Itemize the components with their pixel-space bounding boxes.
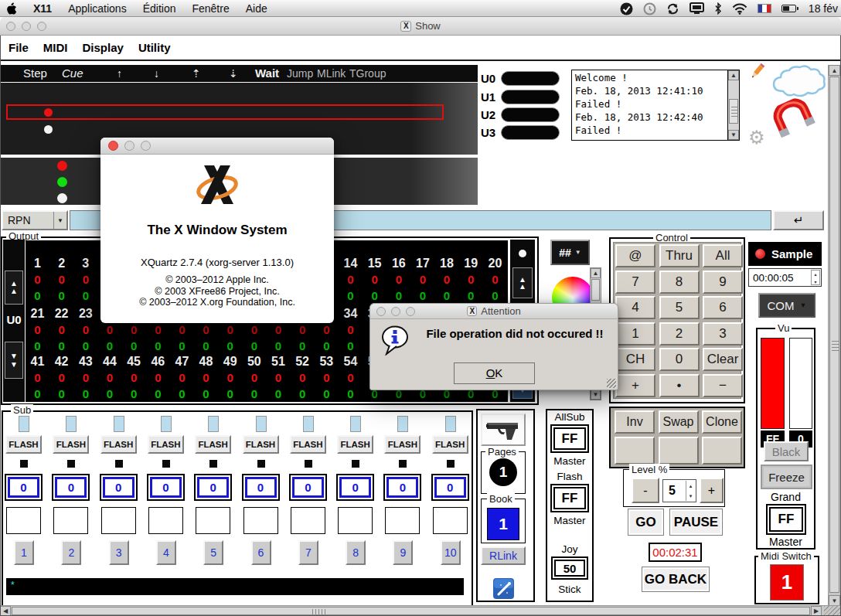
apple-menu-icon[interactable]	[7, 2, 17, 15]
sub-select-button[interactable]: 8	[346, 540, 366, 565]
toolbar-step[interactable]: Step	[23, 65, 47, 82]
level-spinbox[interactable]: 5 ▴▾	[662, 479, 696, 502]
sub-select-button[interactable]: 4	[156, 540, 176, 565]
key-9[interactable]: 9	[703, 271, 743, 294]
toolbar-down-dashed[interactable]: ⇣	[229, 65, 238, 82]
key-thru[interactable]: Thru	[659, 244, 700, 267]
log-scroll-thumb[interactable]	[729, 99, 738, 124]
edit-key-blank[interactable]	[702, 437, 742, 465]
midi-switch-value[interactable]: 1	[770, 564, 804, 601]
edit-key-inv[interactable]: Inv	[615, 410, 655, 434]
enter-button[interactable]: ↵	[773, 210, 824, 230]
mid-scroll-down-icon[interactable]: ▼	[591, 390, 601, 400]
page-number-badge[interactable]: 1	[489, 458, 517, 486]
sub-name-box[interactable]	[6, 507, 41, 534]
wand-icon[interactable]	[493, 578, 514, 602]
sub-name-box[interactable]	[385, 507, 420, 534]
gun-button[interactable]	[481, 414, 526, 446]
sub-flash-button[interactable]: FLASH	[290, 435, 326, 454]
about-zoom-button[interactable]	[141, 141, 151, 151]
sub-name-box[interactable]	[148, 507, 183, 534]
sub-select-button[interactable]: 1	[14, 540, 34, 565]
sub-name-box[interactable]	[291, 507, 325, 534]
active-cue-row[interactable]	[6, 104, 444, 120]
key-@[interactable]: @	[615, 244, 655, 267]
sub-flash-button[interactable]: FLASH	[53, 435, 89, 454]
bluetooth-icon[interactable]	[714, 2, 722, 15]
book-number-badge[interactable]: 1	[487, 508, 519, 540]
vu-bar-left[interactable]	[761, 338, 785, 429]
sub-fader-cap[interactable]	[445, 416, 456, 432]
sample-time-spinbox[interactable]: 00:00:05 ▴▾	[748, 268, 822, 287]
sub-fader-cap[interactable]	[397, 416, 408, 432]
sub-name-box[interactable]	[196, 507, 230, 534]
sub-fader-cap[interactable]	[303, 416, 314, 432]
gear-icon[interactable]: ⚙	[748, 127, 765, 148]
sub-name-box[interactable]	[433, 507, 468, 534]
dialog-resize-grip[interactable]	[607, 379, 616, 388]
sample-time-spinner[interactable]: ▴▾	[811, 270, 820, 285]
menu-utility[interactable]: Utility	[138, 41, 171, 54]
display-icon[interactable]	[689, 2, 704, 15]
key-ch[interactable]: CH	[615, 348, 655, 371]
sub-flash-button[interactable]: FLASH	[432, 435, 468, 454]
sub-flash-button[interactable]: FLASH	[384, 435, 420, 454]
wifi-icon[interactable]	[732, 3, 747, 15]
scroll-up-icon[interactable]: ▲	[829, 65, 840, 76]
key-•[interactable]: •	[659, 374, 700, 397]
battery-icon[interactable]	[781, 5, 798, 12]
horizontal-scrollbar[interactable]: ◀ ▶	[0, 605, 841, 616]
edit-key-blank[interactable]	[659, 437, 699, 465]
sub-select-button[interactable]: 7	[298, 540, 318, 565]
key-5[interactable]: 5	[659, 296, 700, 319]
toolbar-cue[interactable]: Cue	[62, 65, 83, 82]
menubar-item-applications[interactable]: Applications	[68, 2, 127, 15]
key-all[interactable]: All	[703, 244, 743, 267]
sub-name-box[interactable]	[243, 507, 278, 534]
com-port-select[interactable]: COM ▼	[758, 293, 815, 318]
key-8[interactable]: 8	[659, 271, 700, 294]
menu-display[interactable]: Display	[83, 41, 124, 54]
ok-button[interactable]: OK	[454, 362, 535, 384]
toolbar-up[interactable]: ↑	[117, 65, 122, 82]
sub-name-box[interactable]	[338, 507, 373, 534]
sub-fader-cap[interactable]	[350, 416, 361, 432]
sub-fader-cap[interactable]	[161, 416, 172, 432]
level-spinner[interactable]: ▴▾	[686, 481, 695, 501]
sub-flash-button[interactable]: FLASH	[243, 435, 279, 454]
menubar-item-x11[interactable]: X11	[33, 2, 52, 15]
toolbar-tgroup[interactable]: TGroup	[349, 65, 386, 82]
resize-grip[interactable]	[824, 606, 841, 616]
about-dialog-titlebar[interactable]	[100, 138, 334, 155]
menubar-item-fenêtre[interactable]: Fenêtre	[192, 2, 229, 15]
pencil-icon[interactable]	[749, 62, 766, 83]
rlink-button[interactable]: RLink	[481, 546, 526, 565]
sub-fader-cap[interactable]	[208, 416, 219, 432]
sync-icon[interactable]	[666, 2, 679, 15]
about-minimize-button[interactable]	[124, 141, 134, 151]
sub-select-button[interactable]: 3	[109, 540, 129, 565]
menubar-clock[interactable]: 18 fév	[809, 2, 838, 15]
black-button[interactable]: Black	[764, 441, 809, 461]
log-scroll-down-icon[interactable]: ▼	[728, 130, 739, 140]
key-1[interactable]: 1	[615, 322, 655, 345]
key-7[interactable]: 7	[615, 271, 655, 294]
scroll-right-icon[interactable]: ▶	[811, 606, 822, 616]
scroll-left-icon[interactable]: ◀	[0, 606, 11, 616]
sub-fader-cap[interactable]	[114, 416, 124, 432]
sub-select-button[interactable]: 9	[393, 540, 413, 565]
output-page-up-button[interactable]: ▲▲	[5, 271, 23, 305]
sub-flash-button[interactable]: FLASH	[337, 435, 373, 454]
key-clear[interactable]: Clear	[703, 348, 743, 371]
rpn-mode-select[interactable]: RPN ▼	[2, 210, 68, 230]
menu-file[interactable]: File	[9, 41, 29, 54]
edit-key-swap[interactable]: Swap	[659, 410, 699, 434]
message-log[interactable]: Welcome !Feb. 18, 2013 12:41:10Failed !F…	[571, 70, 740, 141]
attention-dialog-titlebar[interactable]: X Attention	[370, 304, 618, 319]
scroll-down-icon[interactable]: ▼	[829, 595, 840, 606]
timemachine-icon[interactable]	[643, 2, 656, 15]
sub-select-button[interactable]: 5	[203, 540, 223, 565]
sub-name-box[interactable]	[101, 507, 136, 534]
toolbar-jump[interactable]: Jump	[287, 65, 313, 82]
sub-select-button[interactable]: 2	[61, 540, 81, 565]
